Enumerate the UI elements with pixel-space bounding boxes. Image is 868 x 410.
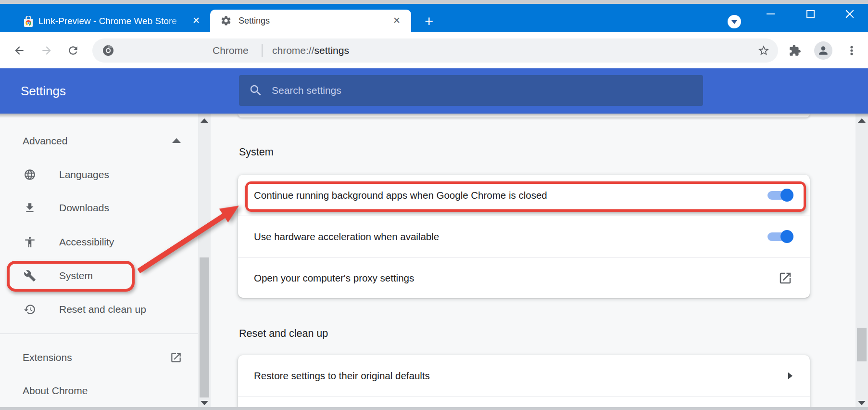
tab-close-icon[interactable]: ✕ [190,14,202,27]
section-heading-system: System [239,146,274,158]
annotation-box-background-apps-row [245,181,806,212]
history-restore-icon [24,303,36,316]
download-icon [24,202,36,214]
setting-row-restore-defaults[interactable]: Restore settings to their original defau… [238,355,810,396]
tab-close-icon[interactable]: ✕ [390,14,403,27]
sidebar-item-about[interactable]: About Chrome [0,379,198,402]
site-name: Chrome [213,38,249,63]
main-scrollbar[interactable] [855,114,868,410]
sidebar-item-label: Downloads [59,196,109,219]
open-in-new-icon [778,271,793,285]
profile-avatar[interactable] [814,41,832,60]
chevron-down-icon [731,20,737,24]
sidebar-item-label: About Chrome [23,379,88,402]
url-separator [262,44,263,57]
sidebar-item-label: Languages [59,163,109,186]
sidebar-item-languages[interactable]: Languages [0,163,198,186]
setting-row-hardware-acceleration[interactable]: Use hardware acceleration when available [238,216,810,257]
browser-window: Link-Preview - Chrome Web Store ✕ Settin… [0,0,868,410]
toggle-knob [780,230,793,243]
setting-label: Use hardware acceleration when available [254,231,767,243]
section-heading-reset: Reset and clean up [239,328,328,340]
sidebar-scrollbar[interactable] [198,114,211,410]
new-tab-button[interactable]: + [419,13,439,32]
annotation-box-system [7,261,135,292]
settings-search-input[interactable]: Search settings [239,75,703,106]
scroll-up-icon[interactable] [201,118,208,123]
chrome-logo-icon [102,44,114,57]
setting-row-proxy[interactable]: Open your computer's proxy settings [238,257,810,298]
sidebar-item-reset[interactable]: Reset and clean up [0,298,198,321]
sidebar-section-advanced[interactable]: Advanced [23,134,67,148]
window-top-edge [0,0,868,4]
extensions-puzzle-icon[interactable] [789,44,801,57]
webstore-favicon-icon [23,16,34,27]
scrollbar-thumb[interactable] [200,257,209,397]
toggle-hardware-acceleration[interactable] [767,232,793,241]
sidebar-item-label: Accessibility [59,231,114,254]
globe-icon [24,168,36,181]
accessibility-icon [24,236,36,248]
tab-search-button[interactable] [728,15,741,28]
chevron-up-icon[interactable] [172,138,181,143]
back-button[interactable] [13,44,25,57]
maximize-button[interactable] [806,10,815,18]
scroll-up-icon[interactable] [858,118,866,123]
forward-button[interactable] [40,44,53,57]
address-bar[interactable]: Chrome chrome://settings [92,38,778,63]
tab-settings[interactable]: Settings ✕ [210,10,411,32]
sidebar-item-label: Extensions [23,346,72,369]
page-title: Settings [21,68,66,114]
header-shadow [0,114,868,118]
scroll-down-icon[interactable] [858,401,866,405]
scroll-down-icon[interactable] [201,401,208,405]
open-in-new-icon [170,351,182,364]
sidebar-divider [0,333,198,334]
sidebar-item-downloads[interactable]: Downloads [0,196,198,219]
sidebar-item-label: Reset and clean up [59,298,146,321]
sidebar-item-extensions[interactable]: Extensions [0,346,198,369]
url-path: settings [314,45,349,56]
gear-favicon-icon [220,15,232,26]
tab-title: Link-Preview - Chrome Web Store [38,10,189,32]
minimize-button[interactable] [767,13,775,14]
search-placeholder: Search settings [272,75,341,106]
setting-label: Open your computer's proxy settings [254,272,778,284]
url-text: chrome://settings [272,38,349,63]
reset-settings-card: Restore settings to their original defau… [238,355,810,410]
setting-label: Restore settings to their original defau… [254,370,788,382]
bookmark-star-icon[interactable] [757,44,770,57]
close-window-button[interactable] [844,8,855,20]
window-bottom-edge [0,407,868,410]
search-icon [249,83,263,98]
chevron-right-icon [788,372,793,379]
menu-dots-icon[interactable] [845,44,858,57]
url-scheme: chrome:// [272,45,314,56]
scrollbar-thumb[interactable] [857,328,867,361]
tab-webstore[interactable]: Link-Preview - Chrome Web Store ✕ [11,10,203,32]
reload-button[interactable] [67,44,79,57]
tab-title: Settings [239,10,270,32]
